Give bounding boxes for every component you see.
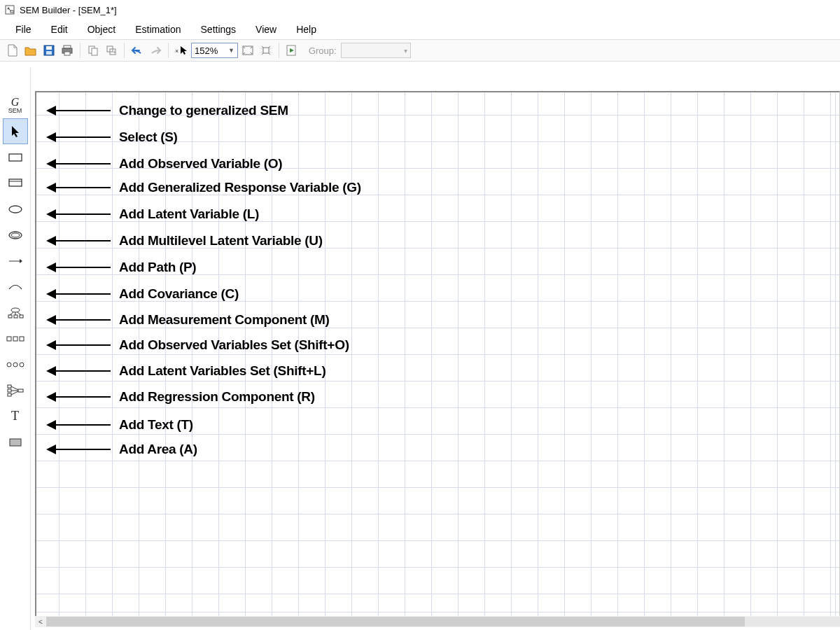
annotation-label: Add Regression Component (R) [119,389,315,405]
annotation: Change to generalized SEM [48,103,288,118]
svg-rect-20 [9,179,22,186]
arrow-icon [48,293,111,295]
svg-rect-46 [10,439,21,446]
svg-line-32 [18,312,21,315]
group-label: Group: [309,46,337,56]
arrow-icon [48,267,111,268]
annotation-label: Change to generalized SEM [119,103,288,118]
tool-multilevel-latent[interactable] [3,222,28,248]
group-dropdown[interactable]: ▾ [341,43,411,58]
tool-observed-set[interactable] [3,326,28,351]
open-icon[interactable] [22,42,39,59]
annotation-label: Add Multilevel Latent Variable (U) [119,233,323,248]
tool-regression[interactable] [3,377,28,403]
arrow-icon [48,110,111,111]
annotation-label: Add Latent Variable (L) [119,206,259,222]
redo-icon[interactable] [147,42,164,59]
annotation-label: Add Observed Variable (O) [119,156,282,172]
duplicate-icon[interactable]: + [103,42,120,59]
annotation: Add Generalized Response Variable (G) [48,180,361,195]
annotation-label: Add Latent Variables Set (Shift+L) [119,363,326,379]
annotation-label: Add Measurement Component (M) [119,312,330,328]
arrow-icon [48,187,111,188]
menu-help[interactable]: Help [286,21,326,38]
annotation: Add Multilevel Latent Variable (U) [48,233,323,248]
annotation: Add Area (A) [48,442,197,457]
tool-observed-var[interactable] [3,144,28,170]
svg-rect-40 [8,389,11,392]
annotation-label: Add Covariance (C) [119,286,239,302]
run-icon[interactable] [284,42,300,59]
title-bar: SEM Builder - [SEM_1*] [0,0,840,20]
menu-settings[interactable]: Settings [191,21,246,38]
arrow-icon [48,136,111,138]
svg-line-30 [10,312,13,315]
svg-rect-6 [46,51,52,55]
canvas-wrap: Change to generalized SEM Select (S) Add… [31,67,840,630]
print-icon[interactable] [59,42,76,59]
menu-object[interactable]: Object [78,21,125,38]
toolbar: + × ▼ Group: ▾ [0,39,840,62]
tool-select[interactable] [3,118,28,144]
tool-latent-set[interactable] [3,351,28,377]
save-icon[interactable] [41,42,57,59]
zoom-input[interactable] [195,46,225,56]
svg-rect-41 [8,393,11,396]
svg-rect-9 [64,52,70,55]
chevron-down-icon[interactable]: ▼ [228,47,234,54]
svg-point-36 [7,363,11,367]
tool-gsem[interactable]: G SEM [3,92,28,118]
annotation: Add Latent Variable (L) [48,206,259,222]
svg-rect-34 [13,337,18,341]
svg-rect-19 [9,154,22,161]
arrow-icon [48,344,111,346]
annotation-label: Add Observed Variables Set (Shift+O) [119,337,349,353]
tool-text[interactable]: T [3,403,28,429]
arrow-icon [48,424,111,426]
annotation: Select (S) [48,130,178,145]
undo-icon[interactable] [129,42,146,59]
tool-latent-var[interactable] [3,196,28,222]
annotation-label: Add Path (P) [119,260,196,275]
tool-measurement[interactable] [3,300,28,326]
tool-area[interactable] [3,429,28,455]
menu-file[interactable]: File [6,21,41,38]
tool-path[interactable] [3,248,28,274]
annotation: Add Measurement Component (M) [48,312,330,328]
svg-rect-27 [8,315,12,318]
tool-gen-response[interactable] [3,170,28,196]
svg-rect-35 [20,337,24,341]
copy-icon[interactable] [85,42,102,59]
arrow-icon [48,396,111,398]
svg-text:×: × [175,48,178,55]
svg-rect-42 [18,389,23,392]
svg-rect-5 [46,46,52,50]
app-icon [4,4,15,15]
new-icon[interactable] [4,42,21,59]
horizontal-scrollbar[interactable]: < [35,616,840,627]
zoom-selection-icon[interactable] [258,42,274,59]
annotation: Add Text (T) [48,417,193,433]
menu-estimation[interactable]: Estimation [125,21,190,38]
fit-window-icon[interactable] [239,42,256,59]
arrow-icon [48,163,111,164]
svg-text:+: + [113,49,116,55]
svg-point-22 [9,206,22,213]
menu-view[interactable]: View [246,21,286,38]
annotation: Add Latent Variables Set (Shift+L) [48,363,326,379]
svg-line-43 [11,386,18,390]
arrow-icon [48,240,111,241]
tool-covariance[interactable] [3,274,28,300]
svg-rect-33 [7,337,11,341]
pointer-tool-icon[interactable]: × [173,42,190,59]
canvas[interactable]: Change to generalized SEM Select (S) Add… [35,91,840,616]
window-title: SEM Builder - [SEM_1*] [20,5,117,15]
arrow-icon [48,370,111,372]
svg-point-26 [11,308,20,312]
svg-rect-11 [92,48,97,55]
zoom-combo[interactable]: ▼ [191,43,238,58]
arrow-icon [48,214,111,215]
menu-edit[interactable]: Edit [41,21,78,38]
svg-point-38 [20,363,24,367]
annotation: Add Regression Component (R) [48,389,315,405]
